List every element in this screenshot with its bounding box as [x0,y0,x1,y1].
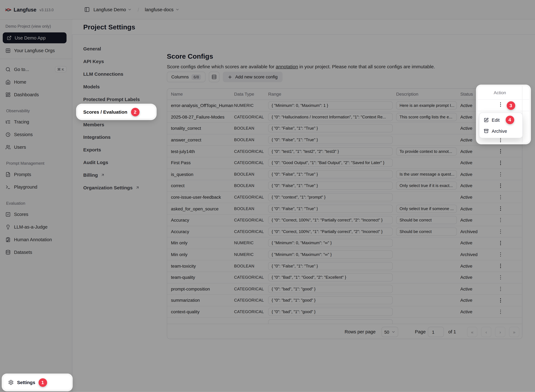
action-column-spotlight: Action EditArchive [478,86,529,143]
tutorial-step-badge-2: 2 [131,108,139,116]
row-actions-kebab-icon[interactable] [498,102,503,107]
menu-item-archive[interactable]: Archive [479,126,522,136]
tutorial-step-badge-4: 4 [505,116,514,124]
tutorial-step-badge-3: 3 [507,101,515,110]
gear-icon [8,380,14,385]
settings-nav-item-scores-evaluation-active[interactable]: Scores / Evaluation [78,105,155,118]
menu-item-label: Edit [492,117,500,122]
sidebar-item-settings[interactable]: Settings [4,375,71,390]
menu-item-edit[interactable]: Edit [479,115,522,126]
edit-icon [484,118,488,122]
tutorial-dim-overlay [0,0,535,392]
row-actions-kebab-icon[interactable] [498,138,503,142]
row-actions-menu: EditArchive [479,112,523,138]
app-window: Langfuse v3.113.0 Demo Project (view onl… [0,0,535,392]
menu-item-label: Archive [492,129,507,134]
archive-icon [484,129,488,133]
tutorial-step-badge-1: 1 [38,378,47,387]
col-header-action: Action [478,86,522,99]
